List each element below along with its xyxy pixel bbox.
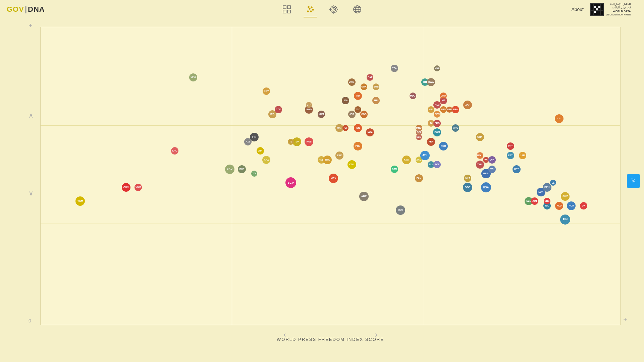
bubble-twn[interactable]: TWN xyxy=(476,161,484,169)
scroll-left-button[interactable]: ‹ xyxy=(283,330,286,339)
bubble-npl[interactable]: NPL xyxy=(428,106,434,113)
bubble-idn[interactable]: IDN xyxy=(354,124,362,132)
bubble-daf[interactable]: DAF xyxy=(367,74,373,81)
nav-icon-scatter[interactable] xyxy=(304,3,317,16)
scroll-up-button[interactable]: ∧ xyxy=(29,111,34,119)
bubble-jor[interactable]: JOR xyxy=(348,111,356,118)
bubble-bwa[interactable]: BWA xyxy=(427,78,435,86)
bubble-ci[interactable]: CI xyxy=(342,125,348,131)
bubble-col[interactable]: COL xyxy=(347,160,356,169)
bubble-cod[interactable]: COD xyxy=(275,106,282,113)
bubble-phl[interactable]: PHL xyxy=(354,142,362,150)
bubble-sau[interactable]: SAU xyxy=(225,165,234,174)
bubble-per[interactable]: PER xyxy=(427,138,435,146)
bubble-tj[interactable]: TJ xyxy=(288,139,294,145)
bubble-isr[interactable]: ISR xyxy=(396,205,405,215)
bubble-ke[interactable]: KE xyxy=(441,98,446,103)
bubble-mdg[interactable]: MDG xyxy=(410,93,416,99)
chart-container: + 0 ∧ ∨ WORLD HAPPINESS REPORT SCORE TKM… xyxy=(34,20,627,345)
bubble-rou[interactable]: ROU xyxy=(477,152,483,159)
bubble-tkm[interactable]: TKM xyxy=(75,196,85,206)
bubble-nld[interactable]: NLD xyxy=(555,202,563,210)
bubble-ner[interactable]: NER xyxy=(446,107,452,113)
bubble-dk[interactable]: DK xyxy=(580,202,587,209)
nav-icon-grid[interactable] xyxy=(280,3,293,16)
bubble-ind[interactable]: IND xyxy=(354,92,362,100)
bubble-zaf[interactable]: ZAF xyxy=(463,101,472,109)
bubble-alb[interactable]: ALB xyxy=(433,101,441,109)
bubble-swe[interactable]: SWE xyxy=(561,192,570,201)
bubble-pak[interactable]: PAK xyxy=(335,152,343,160)
bubble-sen[interactable]: SEN xyxy=(440,106,447,113)
bubble-dza[interactable]: DZA xyxy=(251,171,257,177)
bubble-gha[interactable]: GHA xyxy=(476,133,484,141)
bubble-zmb[interactable]: ZMB xyxy=(373,83,379,90)
bubble-zwe[interactable]: ZWE xyxy=(348,78,356,86)
bubble-vnm[interactable]: VNM xyxy=(135,184,142,191)
scroll-right-button[interactable]: › xyxy=(375,330,377,339)
bubble-bdi[interactable]: BDI xyxy=(416,129,422,135)
bubble-aze[interactable]: AZE xyxy=(244,138,252,145)
bubble-kor[interactable]: KOR xyxy=(439,142,448,150)
bubble-are[interactable]: ARE xyxy=(359,192,369,201)
bubble-mex[interactable]: MEX xyxy=(329,174,338,183)
bubble-tun[interactable]: TUN xyxy=(372,97,380,104)
nav-icon-globe[interactable] xyxy=(351,3,364,16)
bubble-sgp[interactable]: SGP xyxy=(285,177,296,188)
bubble-ben[interactable]: BEN xyxy=(434,111,440,118)
bubble-dom[interactable]: DOM xyxy=(433,128,441,136)
bubble-tur[interactable]: TUR xyxy=(292,137,301,146)
bubble-tto[interactable]: TTo xyxy=(555,114,564,123)
bubble-eth[interactable]: ETH xyxy=(306,102,312,108)
bubble-che[interactable]: CHE xyxy=(544,198,550,204)
bubble-mwi[interactable]: MWI xyxy=(434,65,440,71)
bubble-est[interactable]: EST xyxy=(507,152,514,159)
bubble-coo[interactable]: COO xyxy=(360,111,368,118)
zoom-plus-right[interactable]: + xyxy=(623,316,627,323)
bubble-el[interactable]: EL xyxy=(550,180,556,186)
bubble-ury[interactable]: URY xyxy=(513,165,521,173)
bubble-fin[interactable]: FIN xyxy=(560,215,570,225)
bubble-kaz[interactable]: KAZ xyxy=(262,156,270,164)
bubble-pan[interactable]: PAN xyxy=(415,174,423,182)
bubble-gtm[interactable]: GTM xyxy=(391,166,398,173)
scroll-down-button[interactable]: ∨ xyxy=(29,189,34,197)
bubble-chn[interactable]: CHN xyxy=(122,183,130,192)
about-button[interactable]: About xyxy=(571,7,584,12)
bubble-mlt[interactable]: MLT xyxy=(464,175,471,182)
svg-rect-1 xyxy=(287,6,290,9)
bubble-lao[interactable]: LAO xyxy=(171,147,178,155)
logo[interactable]: GOV|DNA xyxy=(7,5,45,14)
twitter-button[interactable]: 𝕏 xyxy=(627,174,640,188)
bubble-rus[interactable]: RUS xyxy=(305,137,313,146)
bubble-usa[interactable]: USA xyxy=(481,182,491,192)
bubble-prt[interactable]: PRT xyxy=(507,142,514,150)
bubble-srb[interactable]: SRB xyxy=(433,120,441,127)
bubble-ika[interactable]: IKA xyxy=(342,97,349,104)
bubble-jam[interactable]: JAM xyxy=(519,152,526,159)
bubble-jpn[interactable]: JPN xyxy=(420,151,430,160)
nav-icon-target[interactable] xyxy=(327,3,340,16)
bubble-svk[interactable]: SVK xyxy=(488,166,496,173)
bubble-lby[interactable]: LBY xyxy=(257,147,264,155)
bubble-tza[interactable]: TZA xyxy=(391,65,398,72)
bubble-lva[interactable]: LVA xyxy=(488,156,496,164)
bubble-aut[interactable]: AUT xyxy=(531,197,538,205)
bubble-nor[interactable]: NOR xyxy=(567,201,576,210)
zoom-plus-top[interactable]: + xyxy=(29,22,33,29)
bubble-bfa[interactable]: BFA xyxy=(452,106,459,113)
bubble-kwt[interactable]: KWT xyxy=(402,156,411,164)
bubble-deu[interactable]: DEU xyxy=(543,183,551,192)
bubble-egy[interactable]: EGY xyxy=(263,87,270,95)
bubble-nga[interactable]: NGA xyxy=(366,128,374,136)
bubble-uga[interactable]: UGA xyxy=(361,83,367,90)
bubble-pol[interactable]: POL xyxy=(433,161,441,168)
bubble-khm[interactable]: KHM xyxy=(318,111,325,118)
bubble-bhr[interactable]: BHR xyxy=(238,165,246,173)
bubble-yem[interactable]: YEM xyxy=(189,73,197,81)
bubble-mng[interactable]: MNG xyxy=(452,124,459,132)
svg-point-11 xyxy=(332,7,336,11)
bubble-tcd[interactable]: TCD xyxy=(355,106,361,113)
bubble-tha[interactable]: THA xyxy=(323,156,332,164)
bubble-gbr[interactable]: GBR xyxy=(463,183,472,192)
